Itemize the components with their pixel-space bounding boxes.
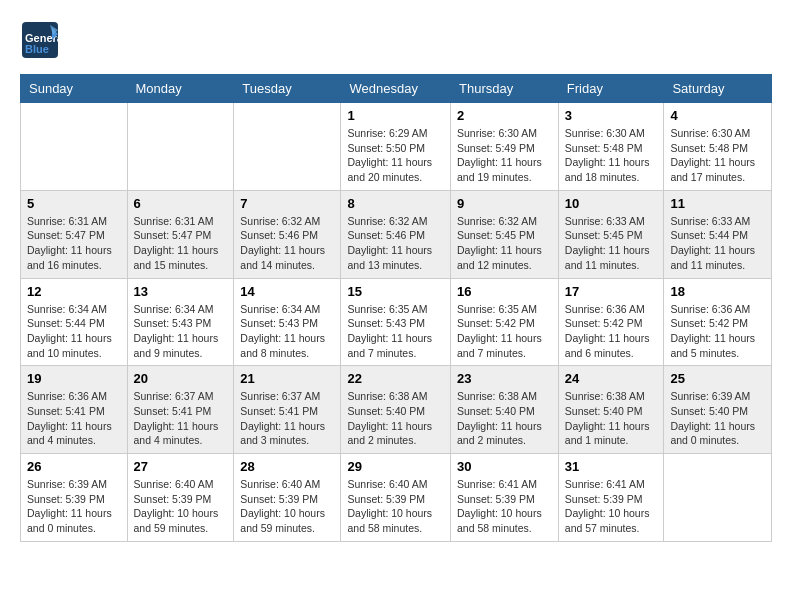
weekday-header-saturday: Saturday	[664, 75, 772, 103]
day-info: Sunrise: 6:38 AM Sunset: 5:40 PM Dayligh…	[565, 389, 658, 448]
day-number: 25	[670, 371, 765, 386]
calendar-cell: 3Sunrise: 6:30 AM Sunset: 5:48 PM Daylig…	[558, 103, 664, 191]
day-number: 31	[565, 459, 658, 474]
calendar-cell: 31Sunrise: 6:41 AM Sunset: 5:39 PM Dayli…	[558, 454, 664, 542]
day-number: 3	[565, 108, 658, 123]
calendar-cell	[127, 103, 234, 191]
day-number: 27	[134, 459, 228, 474]
day-info: Sunrise: 6:29 AM Sunset: 5:50 PM Dayligh…	[347, 126, 444, 185]
day-number: 7	[240, 196, 334, 211]
day-info: Sunrise: 6:34 AM Sunset: 5:43 PM Dayligh…	[240, 302, 334, 361]
calendar-cell: 23Sunrise: 6:38 AM Sunset: 5:40 PM Dayli…	[451, 366, 559, 454]
day-info: Sunrise: 6:38 AM Sunset: 5:40 PM Dayligh…	[457, 389, 552, 448]
calendar-cell: 6Sunrise: 6:31 AM Sunset: 5:47 PM Daylig…	[127, 190, 234, 278]
day-number: 30	[457, 459, 552, 474]
calendar-cell: 12Sunrise: 6:34 AM Sunset: 5:44 PM Dayli…	[21, 278, 128, 366]
calendar-cell: 30Sunrise: 6:41 AM Sunset: 5:39 PM Dayli…	[451, 454, 559, 542]
calendar-cell: 25Sunrise: 6:39 AM Sunset: 5:40 PM Dayli…	[664, 366, 772, 454]
day-info: Sunrise: 6:34 AM Sunset: 5:43 PM Dayligh…	[134, 302, 228, 361]
calendar-cell: 24Sunrise: 6:38 AM Sunset: 5:40 PM Dayli…	[558, 366, 664, 454]
day-info: Sunrise: 6:40 AM Sunset: 5:39 PM Dayligh…	[347, 477, 444, 536]
day-info: Sunrise: 6:30 AM Sunset: 5:48 PM Dayligh…	[565, 126, 658, 185]
page-header: General Blue	[20, 20, 772, 64]
day-info: Sunrise: 6:30 AM Sunset: 5:49 PM Dayligh…	[457, 126, 552, 185]
day-number: 15	[347, 284, 444, 299]
calendar-cell: 28Sunrise: 6:40 AM Sunset: 5:39 PM Dayli…	[234, 454, 341, 542]
day-info: Sunrise: 6:34 AM Sunset: 5:44 PM Dayligh…	[27, 302, 121, 361]
day-number: 10	[565, 196, 658, 211]
day-number: 6	[134, 196, 228, 211]
calendar-cell: 19Sunrise: 6:36 AM Sunset: 5:41 PM Dayli…	[21, 366, 128, 454]
calendar-table: SundayMondayTuesdayWednesdayThursdayFrid…	[20, 74, 772, 542]
day-info: Sunrise: 6:31 AM Sunset: 5:47 PM Dayligh…	[27, 214, 121, 273]
day-number: 19	[27, 371, 121, 386]
day-number: 22	[347, 371, 444, 386]
day-info: Sunrise: 6:40 AM Sunset: 5:39 PM Dayligh…	[134, 477, 228, 536]
day-number: 5	[27, 196, 121, 211]
day-info: Sunrise: 6:36 AM Sunset: 5:41 PM Dayligh…	[27, 389, 121, 448]
day-info: Sunrise: 6:35 AM Sunset: 5:42 PM Dayligh…	[457, 302, 552, 361]
day-info: Sunrise: 6:40 AM Sunset: 5:39 PM Dayligh…	[240, 477, 334, 536]
calendar-cell: 7Sunrise: 6:32 AM Sunset: 5:46 PM Daylig…	[234, 190, 341, 278]
calendar-cell: 4Sunrise: 6:30 AM Sunset: 5:48 PM Daylig…	[664, 103, 772, 191]
day-info: Sunrise: 6:32 AM Sunset: 5:45 PM Dayligh…	[457, 214, 552, 273]
logo: General Blue	[20, 20, 66, 64]
day-number: 29	[347, 459, 444, 474]
day-info: Sunrise: 6:31 AM Sunset: 5:47 PM Dayligh…	[134, 214, 228, 273]
weekday-header-wednesday: Wednesday	[341, 75, 451, 103]
day-info: Sunrise: 6:37 AM Sunset: 5:41 PM Dayligh…	[240, 389, 334, 448]
day-number: 13	[134, 284, 228, 299]
calendar-cell: 5Sunrise: 6:31 AM Sunset: 5:47 PM Daylig…	[21, 190, 128, 278]
day-info: Sunrise: 6:33 AM Sunset: 5:45 PM Dayligh…	[565, 214, 658, 273]
calendar-cell: 26Sunrise: 6:39 AM Sunset: 5:39 PM Dayli…	[21, 454, 128, 542]
day-number: 17	[565, 284, 658, 299]
day-info: Sunrise: 6:39 AM Sunset: 5:40 PM Dayligh…	[670, 389, 765, 448]
calendar-cell: 15Sunrise: 6:35 AM Sunset: 5:43 PM Dayli…	[341, 278, 451, 366]
day-info: Sunrise: 6:32 AM Sunset: 5:46 PM Dayligh…	[347, 214, 444, 273]
day-number: 8	[347, 196, 444, 211]
day-info: Sunrise: 6:39 AM Sunset: 5:39 PM Dayligh…	[27, 477, 121, 536]
weekday-header-friday: Friday	[558, 75, 664, 103]
day-info: Sunrise: 6:38 AM Sunset: 5:40 PM Dayligh…	[347, 389, 444, 448]
day-number: 1	[347, 108, 444, 123]
day-number: 20	[134, 371, 228, 386]
calendar-cell: 29Sunrise: 6:40 AM Sunset: 5:39 PM Dayli…	[341, 454, 451, 542]
calendar-cell: 13Sunrise: 6:34 AM Sunset: 5:43 PM Dayli…	[127, 278, 234, 366]
calendar-cell: 18Sunrise: 6:36 AM Sunset: 5:42 PM Dayli…	[664, 278, 772, 366]
calendar-cell	[234, 103, 341, 191]
day-number: 4	[670, 108, 765, 123]
calendar-cell: 20Sunrise: 6:37 AM Sunset: 5:41 PM Dayli…	[127, 366, 234, 454]
day-info: Sunrise: 6:36 AM Sunset: 5:42 PM Dayligh…	[670, 302, 765, 361]
weekday-header-thursday: Thursday	[451, 75, 559, 103]
calendar-cell: 11Sunrise: 6:33 AM Sunset: 5:44 PM Dayli…	[664, 190, 772, 278]
day-number: 2	[457, 108, 552, 123]
day-number: 9	[457, 196, 552, 211]
calendar-cell: 27Sunrise: 6:40 AM Sunset: 5:39 PM Dayli…	[127, 454, 234, 542]
day-info: Sunrise: 6:30 AM Sunset: 5:48 PM Dayligh…	[670, 126, 765, 185]
calendar-cell: 17Sunrise: 6:36 AM Sunset: 5:42 PM Dayli…	[558, 278, 664, 366]
day-number: 14	[240, 284, 334, 299]
day-info: Sunrise: 6:37 AM Sunset: 5:41 PM Dayligh…	[134, 389, 228, 448]
calendar-cell	[21, 103, 128, 191]
day-number: 26	[27, 459, 121, 474]
day-number: 18	[670, 284, 765, 299]
weekday-header-sunday: Sunday	[21, 75, 128, 103]
svg-text:Blue: Blue	[25, 43, 49, 55]
calendar-cell: 8Sunrise: 6:32 AM Sunset: 5:46 PM Daylig…	[341, 190, 451, 278]
calendar-cell: 10Sunrise: 6:33 AM Sunset: 5:45 PM Dayli…	[558, 190, 664, 278]
day-info: Sunrise: 6:33 AM Sunset: 5:44 PM Dayligh…	[670, 214, 765, 273]
calendar-cell: 22Sunrise: 6:38 AM Sunset: 5:40 PM Dayli…	[341, 366, 451, 454]
weekday-header-tuesday: Tuesday	[234, 75, 341, 103]
day-number: 24	[565, 371, 658, 386]
day-number: 16	[457, 284, 552, 299]
day-number: 28	[240, 459, 334, 474]
day-info: Sunrise: 6:36 AM Sunset: 5:42 PM Dayligh…	[565, 302, 658, 361]
day-number: 11	[670, 196, 765, 211]
day-info: Sunrise: 6:35 AM Sunset: 5:43 PM Dayligh…	[347, 302, 444, 361]
calendar-cell: 2Sunrise: 6:30 AM Sunset: 5:49 PM Daylig…	[451, 103, 559, 191]
weekday-header-monday: Monday	[127, 75, 234, 103]
calendar-cell: 21Sunrise: 6:37 AM Sunset: 5:41 PM Dayli…	[234, 366, 341, 454]
day-info: Sunrise: 6:41 AM Sunset: 5:39 PM Dayligh…	[565, 477, 658, 536]
day-number: 23	[457, 371, 552, 386]
calendar-cell: 14Sunrise: 6:34 AM Sunset: 5:43 PM Dayli…	[234, 278, 341, 366]
